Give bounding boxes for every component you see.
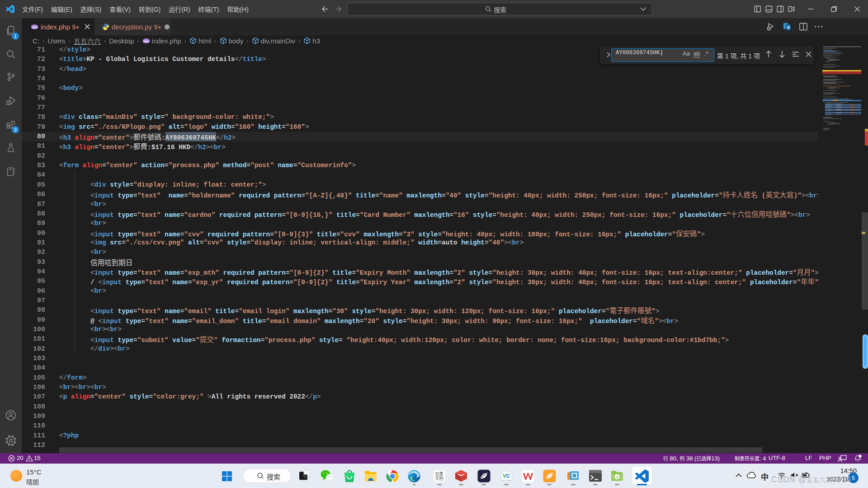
svg-text:php: php: [143, 39, 149, 42]
svg-text:1: 1: [616, 475, 618, 479]
svg-text:VC: VC: [503, 473, 509, 479]
svg-text:VeraCrypt: VeraCrypt: [502, 479, 511, 481]
svg-text:php: php: [32, 25, 38, 28]
